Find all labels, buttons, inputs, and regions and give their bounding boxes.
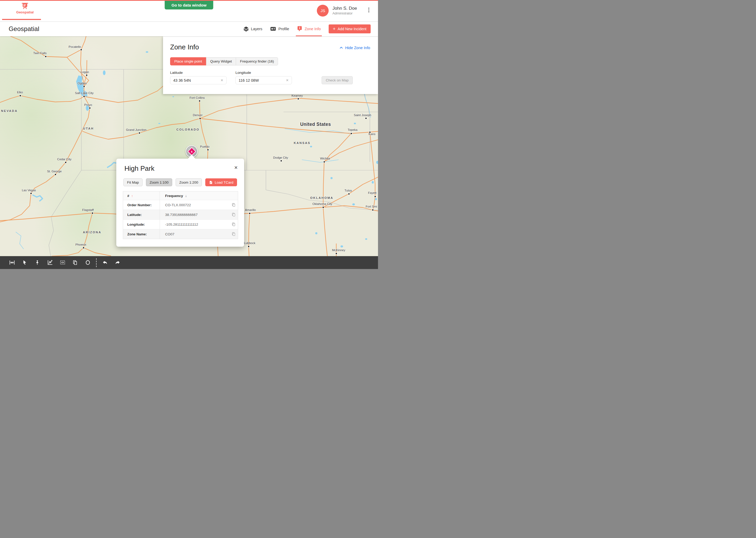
zoom-1-100-button[interactable]: Zoom 1:100: [146, 178, 172, 186]
more-menu-icon[interactable]: [366, 8, 371, 15]
logo-label: Geospatial: [11, 10, 39, 14]
map-label: Kans: [368, 133, 375, 135]
hide-zone-info-link[interactable]: Hide Zone Info: [339, 46, 370, 50]
circle-tool[interactable]: [81, 256, 94, 269]
profile-button[interactable]: Profile: [270, 21, 289, 36]
clear-longitude-icon[interactable]: ✕: [286, 78, 289, 82]
measure-path-tool[interactable]: [44, 256, 56, 269]
city-dot: [83, 247, 84, 248]
close-icon[interactable]: ✕: [234, 165, 238, 171]
user-text: John S. Doe Administrator: [332, 6, 357, 16]
fit-map-button[interactable]: Fit Map: [123, 178, 143, 186]
app-logo[interactable]: Geospatial: [11, 2, 39, 14]
select-region-tool[interactable]: [56, 256, 69, 269]
map-label: Saint Joseph: [354, 114, 371, 117]
flame-icon: [190, 149, 193, 153]
incident-table: # ↑ Frequency ↓ Order Number: CO-TLX.000…: [123, 191, 238, 239]
city-dot: [249, 213, 251, 214]
city-dot: [80, 49, 82, 50]
latitude-input[interactable]: 43 36 54N ✕: [170, 76, 226, 84]
city-dot: [55, 174, 56, 175]
hash-column-header[interactable]: # ↑: [123, 191, 160, 200]
go-to-data-window-button[interactable]: Go to data window: [165, 1, 213, 10]
sort-asc-icon[interactable]: ↑: [131, 194, 133, 198]
city-dot: [45, 56, 46, 57]
incident-popup: High Park ✕ Fit Map Zoom 1:100 Zoom 1:20…: [116, 159, 244, 247]
city-dot: [372, 209, 374, 211]
zoom-1-200-button[interactable]: Zoom 1:200: [176, 178, 202, 186]
map-label: Dodge City: [273, 156, 288, 159]
tab-query-widget[interactable]: Query Widget: [206, 57, 236, 65]
map-label: Twin Falls: [33, 51, 46, 55]
pin-tool[interactable]: [31, 256, 44, 269]
logo-active-underline: [2, 19, 41, 20]
map-label: Fayett: [368, 191, 376, 194]
copy-icon[interactable]: [229, 203, 238, 207]
cursor-icon: [22, 259, 27, 266]
map-label: Fort Collins: [190, 96, 205, 99]
load-tcard-label: Load TCard: [215, 181, 233, 185]
city-dot: [199, 100, 200, 102]
city-dot: [351, 133, 352, 134]
measure-path-icon: [47, 259, 53, 266]
map-label: McKinney: [332, 248, 346, 252]
pin-icon: [34, 259, 40, 266]
undo-tool[interactable]: [99, 256, 111, 269]
map-label: UTAH: [83, 127, 94, 130]
city-dot: [65, 162, 67, 163]
map-label: Oklahoma City: [312, 202, 332, 205]
map-label: ARIZONA: [83, 231, 102, 234]
cursor-tool[interactable]: [19, 256, 31, 269]
clear-latitude-icon[interactable]: ✕: [220, 78, 223, 82]
city-dot: [248, 246, 249, 247]
city-dot: [86, 75, 87, 76]
undo-icon: [102, 259, 108, 266]
map-label: Logan: [80, 71, 89, 74]
map-label: Salt Lake City: [75, 91, 94, 94]
check-on-map-button[interactable]: Check on Map: [321, 76, 353, 84]
row-label: Order Number:: [123, 200, 160, 210]
add-new-incident-button[interactable]: + Add New Incident: [329, 25, 371, 33]
longitude-value: 116 12 08W: [239, 78, 259, 82]
map-label: Flagstaff: [82, 208, 94, 211]
map-label: Pueblo: [200, 145, 210, 148]
city-dot: [89, 107, 91, 109]
avatar: JS: [317, 5, 329, 17]
zone-info-tab[interactable]: Zone Info: [297, 21, 320, 36]
map-label: Provo: [84, 103, 92, 106]
frequency-column-header[interactable]: Frequency ↓: [160, 194, 229, 198]
row-label: Latitude:: [123, 210, 160, 219]
zone-info-panel-title: Zone Info: [170, 43, 199, 51]
map-label: St. George: [47, 170, 62, 173]
copy-icon[interactable]: [229, 222, 238, 227]
longitude-input[interactable]: 116 12 08W ✕: [235, 76, 292, 84]
sort-desc-icon[interactable]: ↓: [185, 194, 187, 198]
city-dot: [348, 193, 350, 195]
row-value: CO-TLX.000722: [160, 203, 229, 207]
layers-label: Layers: [251, 27, 262, 31]
copy-tool[interactable]: [69, 256, 81, 269]
fit-width-icon: [9, 259, 15, 266]
popup-title: High Park: [124, 164, 154, 173]
load-tcard-button[interactable]: Load TCard: [205, 178, 237, 186]
map-label: Grand Junction: [126, 128, 147, 131]
map-label: United States: [300, 122, 331, 127]
copy-icon[interactable]: [229, 232, 238, 236]
map-label: Phoenix: [75, 243, 86, 246]
user-chip[interactable]: JS John S. Doe Administrator: [317, 5, 357, 17]
tab-frequency-finder[interactable]: Frequency finder (16): [236, 57, 278, 65]
tab-place-single-point[interactable]: Place single point: [170, 57, 206, 65]
user-name: John S. Doe: [332, 6, 357, 11]
add-new-incident-label: Add New Incident: [338, 27, 366, 31]
select-region-icon: [60, 259, 66, 266]
layers-button[interactable]: Layers: [243, 21, 262, 36]
copy-icon[interactable]: [229, 213, 238, 217]
city-dot: [369, 132, 371, 133]
city-dot: [200, 118, 201, 119]
profile-label: Profile: [278, 27, 289, 31]
presentation-board-icon: [21, 2, 28, 10]
redo-icon: [115, 259, 121, 266]
city-dot: [139, 133, 140, 134]
redo-tool[interactable]: [111, 256, 124, 269]
fit-width-tool[interactable]: [6, 256, 19, 269]
